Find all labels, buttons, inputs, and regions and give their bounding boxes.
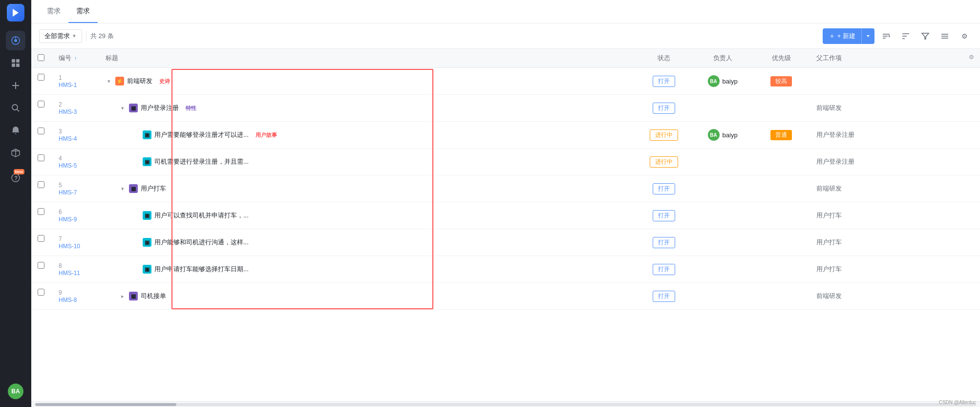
sidebar-item-box[interactable] bbox=[6, 143, 25, 163]
expand-icon[interactable]: ▾ bbox=[119, 105, 126, 111]
chevron-down-icon: ▼ bbox=[72, 33, 77, 39]
user-avatar[interactable]: BA bbox=[8, 384, 23, 399]
row-id[interactable]: HMS-7 bbox=[59, 189, 77, 196]
row-assignee-cell bbox=[693, 283, 752, 310]
expand-icon[interactable]: ▸ bbox=[119, 293, 126, 300]
row-checkbox[interactable] bbox=[38, 74, 44, 81]
status-badge[interactable]: 进行中 bbox=[650, 129, 678, 141]
sidebar-item-dashboard[interactable] bbox=[6, 31, 25, 50]
row-checkbox[interactable] bbox=[38, 128, 44, 134]
row-checkbox[interactable] bbox=[38, 181, 44, 188]
row-checkbox[interactable] bbox=[38, 154, 44, 161]
row-id[interactable]: HMS-4 bbox=[59, 135, 77, 142]
assignee-name: baiyp bbox=[723, 78, 738, 85]
row-id[interactable]: HMS-3 bbox=[59, 108, 77, 115]
logo[interactable] bbox=[7, 4, 24, 21]
row-id[interactable]: HMS-9 bbox=[59, 216, 77, 223]
select-all-checkbox[interactable] bbox=[38, 54, 44, 61]
row-parent-cell: 用户打车 bbox=[810, 202, 980, 229]
row-checkbox[interactable] bbox=[38, 235, 44, 242]
row-status-cell: 进行中 bbox=[635, 149, 693, 175]
title-text[interactable]: 用户登录注册 bbox=[141, 104, 179, 112]
table-row[interactable]: 2HMS-3 ▾ ▦ 用户登录注册 特性 打开前端研发 bbox=[31, 95, 980, 122]
expand-icon[interactable]: ▾ bbox=[106, 78, 112, 85]
status-badge[interactable]: 打开 bbox=[653, 291, 675, 302]
sidebar-item-help[interactable]: ? New bbox=[6, 168, 25, 188]
row-id[interactable]: HMS-8 bbox=[59, 297, 77, 303]
row-id[interactable]: HMS-5 bbox=[59, 162, 77, 169]
title-text[interactable]: 前端研发 bbox=[127, 77, 152, 86]
title-text[interactable]: 用户打车 bbox=[141, 184, 166, 193]
sidebar-item-search[interactable] bbox=[6, 98, 25, 118]
title-text[interactable]: 用户能够和司机进行沟通，这样... bbox=[154, 238, 249, 247]
filter-button[interactable]: 全部需求 ▼ bbox=[39, 29, 82, 43]
tab-bar: 需求 需求 bbox=[39, 0, 972, 23]
new-button[interactable]: ＋ + 新建 bbox=[823, 28, 874, 44]
table-row[interactable]: 3HMS-4 ▣ 用户需要能够登录注册才可以进... 用户故事 进行中 BA b… bbox=[31, 122, 980, 149]
row-title-cell: ▣ 用户申请打车能够选择打车日期... bbox=[100, 256, 635, 283]
table-header-row: 编号 ↑ 标题 状态 负责人 优先级 父工作项 ⚙ bbox=[31, 49, 980, 68]
table-row[interactable]: 5HMS-7 ▾ ▦ 用户打车 打开前端研发 bbox=[31, 175, 980, 202]
id-header[interactable]: 编号 ↑ bbox=[51, 49, 100, 68]
dropdown-arrow[interactable] bbox=[862, 28, 874, 44]
row-id[interactable]: HMS-10 bbox=[59, 243, 80, 250]
settings-col-icon[interactable]: ⚙ bbox=[969, 54, 974, 61]
status-badge[interactable]: 打开 bbox=[653, 237, 675, 248]
list-view-button[interactable] bbox=[937, 28, 953, 44]
table-row[interactable]: 9HMS-8 ▸ ▦ 司机接单 打开前端研发 bbox=[31, 283, 980, 310]
row-checkbox[interactable] bbox=[38, 262, 44, 269]
row-priority-cell: 较高 bbox=[752, 68, 810, 95]
row-checkbox[interactable] bbox=[38, 208, 44, 215]
row-number: 2HMS-3 bbox=[51, 95, 100, 122]
title-content: ▣ 用户需要能够登录注册才可以进... 用户故事 bbox=[106, 130, 629, 139]
status-badge[interactable]: 打开 bbox=[653, 264, 675, 275]
tab-requirements[interactable]: 需求 bbox=[39, 0, 68, 23]
row-status-cell: 打开 bbox=[635, 229, 693, 256]
watermark: CSDN @Allenluc bbox=[939, 400, 976, 405]
expand-icon[interactable]: ▾ bbox=[119, 186, 126, 192]
table-row[interactable]: 1HMS-1 ▾ ⚡ 前端研发 史诗 打开 BA baiyp 较高 bbox=[31, 68, 980, 95]
sidebar-item-grid[interactable] bbox=[6, 53, 25, 73]
filter-icon-button[interactable] bbox=[917, 28, 933, 44]
checkbox-header bbox=[31, 49, 51, 68]
title-text[interactable]: 用户可以查找司机并申请打车，... bbox=[154, 211, 249, 220]
row-assignee-cell bbox=[693, 175, 752, 202]
row-id[interactable]: HMS-1 bbox=[59, 82, 77, 88]
table-row[interactable]: 6HMS-9 ▣ 用户可以查找司机并申请打车，... 打开用户打车 bbox=[31, 202, 980, 229]
row-checkbox[interactable] bbox=[38, 289, 44, 296]
title-text[interactable]: 用户申请打车能够选择打车日期... bbox=[154, 265, 249, 274]
settings-icon-button[interactable]: ⚙ bbox=[957, 28, 972, 44]
sort-button[interactable] bbox=[898, 28, 914, 44]
title-text[interactable]: 用户需要能够登录注册才可以进... bbox=[154, 130, 249, 139]
table-row[interactable]: 8HMS-11 ▣ 用户申请打车能够选择打车日期... 打开用户打车 bbox=[31, 256, 980, 283]
row-parent-cell bbox=[810, 68, 980, 95]
table-row[interactable]: 7HMS-10 ▣ 用户能够和司机进行沟通，这样... 打开用户打车 bbox=[31, 229, 980, 256]
row-checkbox-cell bbox=[31, 122, 51, 140]
table-row[interactable]: 4HMS-5 ▣ 司机需要进行登录注册，并且需... 进行中用户登录注册 bbox=[31, 149, 980, 175]
status-badge[interactable]: 打开 bbox=[653, 76, 675, 87]
row-status-cell: 打开 bbox=[635, 175, 693, 202]
status-badge[interactable]: 打开 bbox=[653, 210, 675, 221]
row-id[interactable]: HMS-11 bbox=[59, 270, 80, 277]
row-checkbox-cell bbox=[31, 202, 51, 221]
priority-badge[interactable]: 较高 bbox=[770, 76, 792, 86]
title-text[interactable]: 司机接单 bbox=[141, 292, 166, 300]
row-number: 1HMS-1 bbox=[51, 68, 100, 95]
tab-active[interactable]: 需求 bbox=[68, 0, 98, 23]
sidebar: ? New BA bbox=[0, 0, 31, 407]
row-checkbox[interactable] bbox=[38, 101, 44, 107]
status-badge[interactable]: 打开 bbox=[653, 103, 675, 114]
sidebar-item-bell[interactable] bbox=[6, 121, 25, 140]
horizontal-scrollbar[interactable] bbox=[31, 401, 980, 407]
title-text[interactable]: 司机需要进行登录注册，并且需... bbox=[154, 157, 249, 166]
title-content: ▾ ▦ 用户登录注册 特性 bbox=[106, 104, 629, 112]
priority-badge[interactable]: 普通 bbox=[770, 130, 792, 140]
parent-header: 父工作项 ⚙ bbox=[810, 49, 980, 68]
toolbar-right: ＋ + 新建 bbox=[823, 28, 972, 44]
sort-two-button[interactable] bbox=[878, 28, 894, 44]
status-badge[interactable]: 进行中 bbox=[650, 156, 678, 168]
sidebar-item-add[interactable] bbox=[6, 76, 25, 95]
status-badge[interactable]: 打开 bbox=[653, 183, 675, 194]
row-title-cell: ▣ 司机需要进行登录注册，并且需... bbox=[100, 149, 635, 175]
type-icon: ⚡ bbox=[115, 77, 124, 86]
